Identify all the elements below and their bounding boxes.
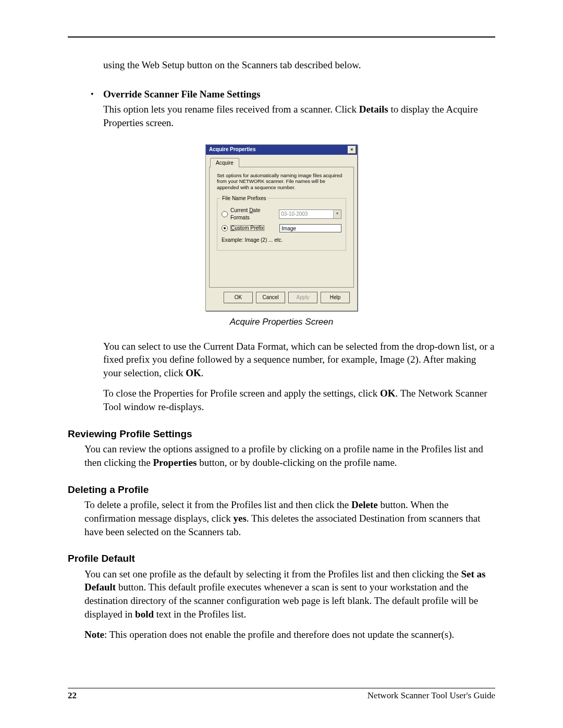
page-footer: 22 Network Scanner Tool User's Guide bbox=[68, 688, 495, 701]
after-dialog-para1: You can select to use the Current Data F… bbox=[68, 340, 495, 380]
bullet-override: • Override Scanner File Name Settings Th… bbox=[68, 88, 495, 130]
footer-doc-title: Network Scanner Tool User's Guide bbox=[368, 690, 495, 701]
apply-button[interactable]: Apply bbox=[288, 292, 317, 303]
section-default-title: Profile Default bbox=[68, 552, 495, 565]
bullet-body-pre: This option lets you rename files receiv… bbox=[103, 104, 359, 115]
dialog-title: Acquire Properties bbox=[209, 146, 255, 153]
bullet-body-bold: Details bbox=[359, 104, 388, 115]
bullet-body: This option lets you rename files receiv… bbox=[103, 103, 495, 129]
page-number: 22 bbox=[68, 690, 77, 701]
acquire-properties-dialog: Acquire Properties × Acquire Set options… bbox=[205, 144, 358, 311]
intro-text: using the Web Setup button on the Scanne… bbox=[68, 58, 495, 72]
section-default-note: Note: This operation does not enable the… bbox=[68, 628, 495, 641]
radio-custom-prefix[interactable] bbox=[222, 225, 228, 231]
dialog-description: Set options for automatically naming ima… bbox=[217, 172, 346, 191]
radio-date-formats-row: Current Date Formats 03-10-2003 ▾ bbox=[222, 207, 341, 221]
fieldset-legend: File Name Prefixes bbox=[221, 195, 267, 202]
dialog-titlebar: Acquire Properties × bbox=[206, 145, 357, 155]
file-name-prefixes-group: File Name Prefixes Current Date Formats … bbox=[217, 198, 346, 251]
cancel-button[interactable]: Cancel bbox=[256, 292, 285, 303]
radio-custom-prefix-label: Custom Prefix bbox=[230, 225, 279, 232]
radio-date-formats-label: Current Date Formats bbox=[230, 207, 279, 221]
radio-date-formats[interactable] bbox=[222, 211, 228, 217]
help-button[interactable]: Help bbox=[321, 292, 350, 303]
bullet-title: Override Scanner File Name Settings bbox=[103, 88, 495, 101]
ok-button[interactable]: OK bbox=[224, 292, 253, 303]
chevron-down-icon[interactable]: ▾ bbox=[333, 210, 341, 218]
section-reviewing-title: Reviewing Profile Settings bbox=[68, 427, 495, 441]
section-deleting-title: Deleting a Profile bbox=[68, 483, 495, 497]
date-format-value: 03-10-2003 bbox=[279, 210, 333, 218]
custom-prefix-input[interactable]: Image bbox=[279, 224, 341, 232]
tab-acquire[interactable]: Acquire bbox=[210, 158, 239, 168]
figure-caption: Acquire Properties Screen bbox=[68, 316, 495, 328]
radio-custom-prefix-row: Custom Prefix Image bbox=[222, 224, 341, 232]
section-default-p1: You can set one profile as the default b… bbox=[68, 567, 495, 621]
section-deleting-body: To delete a profile, select it from the … bbox=[68, 498, 495, 538]
date-format-combo[interactable]: 03-10-2003 ▾ bbox=[279, 209, 341, 219]
close-icon[interactable]: × bbox=[348, 146, 356, 154]
section-reviewing-body: You can review the options assigned to a… bbox=[68, 442, 495, 469]
after-dialog-para2: To close the Properties for Profile scre… bbox=[68, 387, 495, 413]
example-text: Example: Image (2) ... etc. bbox=[222, 237, 341, 244]
bullet-icon: • bbox=[91, 89, 94, 100]
top-rule bbox=[68, 36, 495, 38]
